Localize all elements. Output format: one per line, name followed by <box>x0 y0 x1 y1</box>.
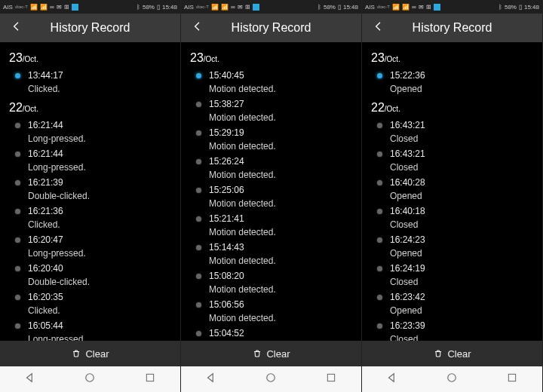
history-entry-event: Motion detected. <box>181 312 361 326</box>
history-entry[interactable]: 16:21:36 <box>0 204 180 219</box>
back-button[interactable] <box>9 20 24 35</box>
clock: 15:48 <box>343 4 358 11</box>
entry-event: Opened <box>390 190 422 202</box>
date-month: /Oct. <box>204 55 219 63</box>
history-entry[interactable]: 16:23:39 <box>362 318 542 333</box>
timeline-dot-icon <box>377 180 382 185</box>
entry-time: 15:14:43 <box>209 241 244 253</box>
clock: 15:48 <box>524 4 539 11</box>
history-entry[interactable]: 15:29:19 <box>181 125 361 140</box>
entry-time: 15:40:45 <box>209 69 244 81</box>
clear-button[interactable]: Clear <box>362 341 542 366</box>
timeline-dot-icon <box>196 245 201 250</box>
battery-pct: 58% <box>505 4 517 11</box>
clear-button[interactable]: Clear <box>181 341 361 366</box>
history-list[interactable]: 23/Oct.15:22:36Opened22/Oct.16:43:21Clos… <box>362 42 542 341</box>
history-entry[interactable]: 16:23:42 <box>362 289 542 305</box>
history-entry-event: Opened <box>362 305 542 318</box>
nav-back-button[interactable] <box>15 371 45 387</box>
history-entry[interactable]: 16:20:35 <box>0 289 180 305</box>
history-entry-event: Closed <box>362 219 542 232</box>
timeline-dot-icon <box>377 323 382 329</box>
svg-rect-3 <box>327 374 334 381</box>
entry-event: Motion detected. <box>209 169 276 181</box>
nav-back-button[interactable] <box>196 371 226 387</box>
history-entry-event: Motion detected. <box>181 83 361 96</box>
history-entry[interactable]: 16:21:39 <box>0 175 180 190</box>
history-entry[interactable]: 16:21:44 <box>0 118 180 133</box>
history-entry[interactable]: 15:21:41 <box>181 211 361 226</box>
nav-recent-button[interactable] <box>135 371 165 387</box>
history-entry[interactable]: 15:25:06 <box>181 182 361 198</box>
entry-time: 16:20:40 <box>28 262 63 274</box>
nav-back-button[interactable] <box>377 371 407 387</box>
entry-time: 15:22:36 <box>390 69 425 81</box>
wifi-icon: ∞ <box>50 4 54 11</box>
entry-event: Motion detected. <box>209 83 276 95</box>
timeline-dot-icon <box>377 237 382 243</box>
history-entry[interactable]: 16:40:28 <box>362 175 542 190</box>
history-entry[interactable]: 16:24:19 <box>362 261 542 276</box>
entry-event: Closed <box>390 333 418 341</box>
nav-recent-button[interactable] <box>316 371 346 387</box>
history-entry[interactable]: 15:14:43 <box>181 240 361 255</box>
history-entry[interactable]: 16:40:18 <box>362 204 542 219</box>
history-entry[interactable]: 15:40:45 <box>181 68 361 83</box>
history-entry-event: Motion detected. <box>181 112 361 125</box>
timeline-dot-icon <box>196 216 201 222</box>
triangle-back-icon <box>385 371 399 387</box>
timeline-dot-icon <box>196 188 201 193</box>
timeline-dot-icon <box>196 302 201 308</box>
phone-panel: AISdtac-T📶📶∞✉⊞ᛒ58%▯15:48History Record23… <box>181 0 362 392</box>
timeline-dot-icon <box>15 209 20 214</box>
entry-event: Double-clicked. <box>28 276 90 288</box>
history-list[interactable]: 23/Oct.13:44:17Clicked.22/Oct.16:21:44Lo… <box>0 42 180 341</box>
history-entry[interactable]: 15:26:24 <box>181 154 361 169</box>
nav-home-button[interactable] <box>256 371 286 387</box>
history-entry[interactable]: 16:20:47 <box>0 232 180 247</box>
entry-time: 15:38:27 <box>209 98 244 110</box>
nav-recent-button[interactable] <box>497 371 527 387</box>
msg-icon: ✉ <box>238 4 243 11</box>
entry-time: 16:40:28 <box>390 176 425 188</box>
trash-icon <box>71 349 81 359</box>
history-entry[interactable]: 13:44:17 <box>0 68 180 83</box>
back-button[interactable] <box>371 20 386 35</box>
carrier-sub: dtac-T <box>377 5 390 9</box>
history-entry[interactable]: 16:21:44 <box>0 146 180 161</box>
history-entry[interactable]: 16:05:44 <box>0 318 180 333</box>
history-entry[interactable]: 16:43:21 <box>362 118 542 133</box>
carrier-sub: dtac-T <box>15 5 28 9</box>
date-day: 22 <box>371 101 385 114</box>
date-header: 23/Oct. <box>181 47 361 68</box>
nav-home-button[interactable] <box>75 371 105 387</box>
entry-event: Opened <box>390 83 422 95</box>
nav-home-button[interactable] <box>437 371 467 387</box>
search-icon <box>434 4 440 11</box>
history-entry-event: Long-pressed. <box>0 161 180 175</box>
history-entry[interactable]: 16:20:40 <box>0 261 180 276</box>
battery-pct: 58% <box>143 4 155 11</box>
history-entry[interactable]: 15:08:20 <box>181 268 361 283</box>
timeline-dot-icon <box>15 180 20 185</box>
timeline-dot-icon <box>15 152 20 157</box>
history-entry[interactable]: 16:24:23 <box>362 232 542 247</box>
entry-event: Clicked. <box>28 219 60 231</box>
timeline-dot-icon <box>15 323 20 329</box>
date-month: /Oct. <box>23 55 38 63</box>
history-entry[interactable]: 15:22:36 <box>362 68 542 83</box>
back-button[interactable] <box>190 20 205 35</box>
entry-time: 16:23:42 <box>390 291 425 303</box>
history-entry[interactable]: 15:04:52 <box>181 326 361 341</box>
history-entry[interactable]: 15:06:56 <box>181 297 361 312</box>
search-icon <box>253 4 259 11</box>
history-list[interactable]: 23/Oct.15:40:45Motion detected.15:38:27M… <box>181 42 361 341</box>
square-recent-icon <box>325 372 337 387</box>
timeline-dot-icon <box>15 73 20 78</box>
timeline-dot-icon <box>377 209 382 214</box>
clear-button[interactable]: Clear <box>0 341 180 366</box>
timeline-dot-icon <box>15 123 20 128</box>
signal-icon: 📶 <box>221 4 229 11</box>
history-entry[interactable]: 16:43:21 <box>362 146 542 161</box>
history-entry[interactable]: 15:38:27 <box>181 96 361 112</box>
